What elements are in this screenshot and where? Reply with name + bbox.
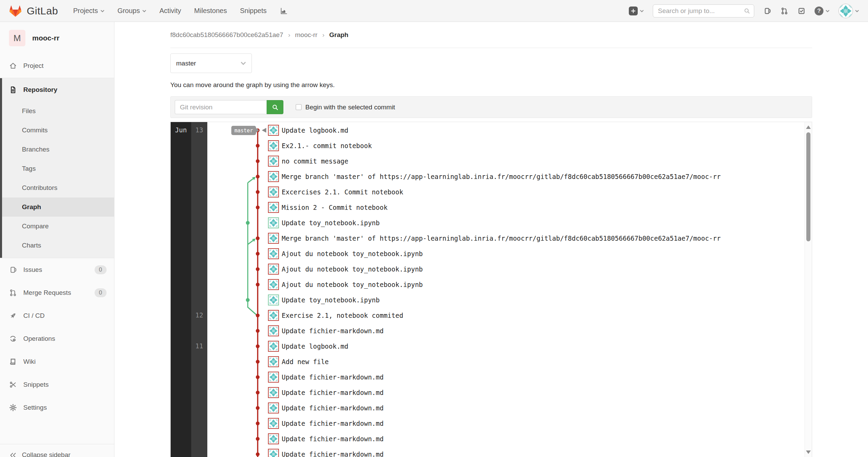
project-context[interactable]: M mooc-rr bbox=[0, 22, 114, 54]
breadcrumb-group[interactable]: f8dc60cab5180566667b00ce62a51ae7 bbox=[170, 31, 283, 39]
commit-row[interactable]: Update toy_notebook.ipynb bbox=[268, 217, 380, 228]
commit-message[interactable]: Exercise 2.1, notebook commited bbox=[282, 312, 403, 319]
commit-graph-panel[interactable]: Jun131211 master bbox=[170, 122, 812, 457]
nav-activity[interactable]: Activity bbox=[159, 7, 181, 15]
commit-row[interactable]: Update fichier-markdown.md bbox=[268, 387, 383, 398]
commit-row[interactable]: Ex2.1.- commit notebook bbox=[268, 140, 372, 151]
help-menu-button[interactable]: ? bbox=[815, 7, 830, 15]
commit-row[interactable]: Merge branch 'master' of https://app-lea… bbox=[268, 171, 721, 182]
commit-message[interactable]: Update fichier-markdown.md bbox=[282, 373, 383, 381]
sidebar-item-compare[interactable]: Compare bbox=[0, 217, 114, 236]
commit-row[interactable]: Exercise 2.1, notebook commited bbox=[268, 310, 403, 321]
sidebar-item-wiki[interactable]: Wiki bbox=[0, 350, 114, 373]
todos-button[interactable] bbox=[797, 7, 806, 15]
commit-dot[interactable] bbox=[256, 237, 260, 240]
commit-message[interactable]: Merge branch 'master' of https://app-lea… bbox=[282, 173, 721, 180]
commit-row[interactable]: Update fichier-markdown.md bbox=[268, 372, 383, 383]
commit-message[interactable]: Update fichier-markdown.md bbox=[282, 327, 383, 335]
commit-dot[interactable] bbox=[246, 298, 250, 302]
commit-message[interactable]: Update fichier-markdown.md bbox=[282, 389, 383, 396]
commit-row[interactable]: Update toy_notebook.ipynb bbox=[268, 294, 380, 305]
commit-message[interactable]: Merge branch 'master' of https://app-lea… bbox=[282, 234, 721, 242]
merge-requests-dashboard-button[interactable] bbox=[780, 7, 788, 15]
nav-groups[interactable]: Groups bbox=[118, 7, 147, 15]
commit-dot[interactable] bbox=[256, 422, 260, 425]
collapse-sidebar-button[interactable]: Collapse sidebar bbox=[0, 444, 114, 457]
graph-scrollbar[interactable] bbox=[805, 122, 812, 457]
commit-dot[interactable] bbox=[246, 221, 250, 225]
commit-row[interactable]: Excercises 2.1. Commit notebook bbox=[268, 187, 403, 197]
commit-message[interactable]: Update toy_notebook.ipynb bbox=[282, 296, 380, 304]
nav-snippets[interactable]: Snippets bbox=[240, 7, 267, 15]
commit-dot[interactable] bbox=[256, 437, 260, 441]
scroll-up-icon[interactable] bbox=[806, 125, 811, 129]
sidebar-item-project[interactable]: Project bbox=[0, 54, 114, 77]
sidebar-item-repository[interactable]: Repository bbox=[0, 78, 114, 101]
sidebar-item-merge-requests[interactable]: Merge Requests 0 bbox=[0, 281, 114, 304]
branch-tag[interactable]: master bbox=[231, 126, 256, 135]
commit-row[interactable]: Ajout du notebook toy_notebook.ipynb bbox=[268, 248, 423, 259]
commit-message[interactable]: Update fichier-markdown.md bbox=[282, 435, 383, 443]
commit-dot[interactable] bbox=[256, 206, 260, 209]
commit-message[interactable]: Excercises 2.1. Commit notebook bbox=[282, 188, 403, 196]
begin-with-commit-checkbox[interactable] bbox=[296, 104, 302, 110]
commit-message[interactable]: Ajout du notebook toy_notebook.ipynb bbox=[282, 281, 423, 288]
commit-dot[interactable] bbox=[256, 175, 260, 179]
commit-row[interactable]: Update fichier-markdown.md bbox=[268, 325, 383, 336]
commit-dot[interactable] bbox=[256, 314, 260, 317]
commit-dot[interactable] bbox=[256, 267, 260, 271]
commit-message[interactable]: no commit message bbox=[282, 157, 348, 165]
nav-milestones[interactable]: Milestones bbox=[194, 7, 227, 15]
global-search-input[interactable] bbox=[653, 4, 754, 17]
sidebar-item-operations[interactable]: Operations bbox=[0, 327, 114, 350]
nav-projects[interactable]: Projects bbox=[73, 7, 104, 15]
new-menu-button[interactable] bbox=[629, 7, 644, 15]
sidebar-item-commits[interactable]: Commits bbox=[0, 121, 114, 140]
sidebar-item-branches[interactable]: Branches bbox=[0, 140, 114, 159]
commit-dot[interactable] bbox=[256, 252, 260, 256]
commit-row[interactable]: Update fichier-markdown.md bbox=[268, 449, 383, 457]
sidebar-item-graph[interactable]: Graph bbox=[0, 197, 114, 217]
commit-row[interactable]: Update logbook.md bbox=[268, 341, 348, 352]
commit-row[interactable]: Update fichier-markdown.md bbox=[268, 418, 383, 429]
issues-dashboard-button[interactable] bbox=[763, 7, 771, 15]
user-menu-button[interactable] bbox=[839, 4, 859, 18]
commit-row[interactable]: Update logbook.md bbox=[268, 125, 348, 136]
commit-dot[interactable] bbox=[256, 375, 260, 379]
commit-dot[interactable] bbox=[256, 391, 260, 395]
commit-message[interactable]: Update fichier-markdown.md bbox=[282, 404, 383, 412]
commit-message[interactable]: Add new file bbox=[282, 358, 329, 365]
sidebar-item-snippets[interactable]: Snippets bbox=[0, 373, 114, 396]
commit-message[interactable]: Update fichier-markdown.md bbox=[282, 450, 383, 457]
revision-search-button[interactable] bbox=[267, 100, 283, 114]
commit-message[interactable]: Update logbook.md bbox=[282, 342, 348, 350]
commit-row[interactable]: Update fichier-markdown.md bbox=[268, 433, 383, 444]
commit-dot[interactable] bbox=[256, 144, 260, 148]
nav-charts-button[interactable] bbox=[280, 7, 288, 15]
commit-row[interactable]: Merge branch 'master' of https://app-lea… bbox=[268, 233, 721, 244]
commit-row[interactable]: Mission 2 - Commit notebook bbox=[268, 202, 388, 213]
commit-dot[interactable] bbox=[256, 406, 260, 410]
branch-selector-dropdown[interactable]: master bbox=[170, 53, 252, 73]
commit-row[interactable]: Update fichier-markdown.md bbox=[268, 402, 383, 413]
commit-row[interactable]: no commit message bbox=[268, 156, 348, 167]
sidebar-item-files[interactable]: Files bbox=[0, 101, 114, 121]
commit-row[interactable]: Ajout du notebook toy_notebook.ipynb bbox=[268, 279, 423, 290]
sidebar-item-issues[interactable]: Issues 0 bbox=[0, 258, 114, 281]
commit-message[interactable]: Mission 2 - Commit notebook bbox=[282, 204, 388, 211]
commit-message[interactable]: Update toy_notebook.ipynb bbox=[282, 219, 380, 227]
commit-dot[interactable] bbox=[256, 453, 260, 456]
commit-message[interactable]: Ajout du notebook toy_notebook.ipynb bbox=[282, 250, 423, 257]
gitlab-home-link[interactable]: GitLab bbox=[9, 5, 58, 17]
commit-message[interactable]: Update fichier-markdown.md bbox=[282, 420, 383, 427]
sidebar-item-ci-cd[interactable]: CI / CD bbox=[0, 304, 114, 327]
scroll-down-icon[interactable] bbox=[806, 450, 811, 454]
commit-dot[interactable] bbox=[256, 283, 260, 287]
breadcrumb-project[interactable]: mooc-rr bbox=[295, 31, 317, 39]
git-revision-input[interactable] bbox=[175, 100, 267, 114]
commit-message[interactable]: Ex2.1.- commit notebook bbox=[282, 142, 372, 149]
commit-row[interactable]: Add new file bbox=[268, 356, 329, 367]
commit-message[interactable]: Update logbook.md bbox=[282, 127, 348, 134]
commit-dot[interactable] bbox=[256, 159, 260, 163]
sidebar-item-tags[interactable]: Tags bbox=[0, 159, 114, 178]
